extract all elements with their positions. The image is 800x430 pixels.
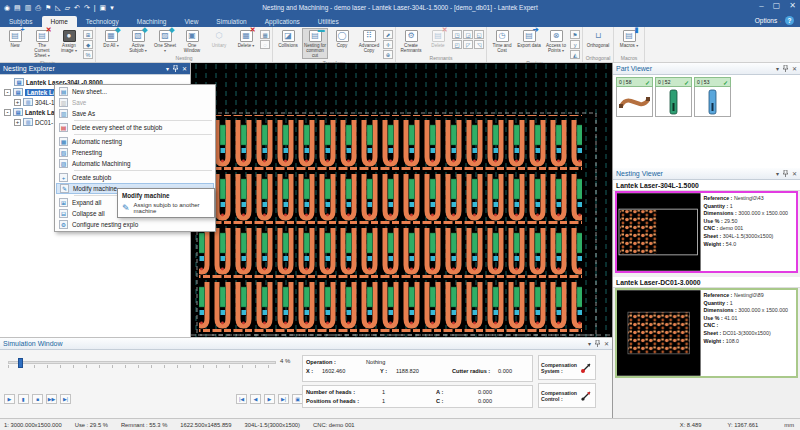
one-window-button[interactable]: ▣One Window bbox=[179, 28, 205, 54]
undo-icon[interactable]: ↶ bbox=[74, 4, 80, 12]
tab-simulation[interactable]: Simulation bbox=[207, 16, 255, 27]
pin-icon[interactable] bbox=[783, 170, 788, 178]
part-thumbnail-58[interactable]: 0 | 58✓ bbox=[616, 77, 653, 117]
step-first-button[interactable]: |◀ bbox=[236, 394, 247, 404]
panel-menu-icon[interactable]: ▾ bbox=[588, 340, 591, 347]
part-thumbnail-53[interactable]: 0 | 53✓ bbox=[694, 77, 731, 117]
menu-item-automatic-machining[interactable]: ▨Automatic Machining bbox=[56, 158, 214, 169]
remnant-tool-5-button[interactable]: ◸ bbox=[463, 40, 473, 49]
simulation-speed-slider[interactable] bbox=[8, 358, 276, 368]
compensation-system-box[interactable]: Compensation System : bbox=[538, 355, 596, 380]
remnant-tool-2-button[interactable]: ◲ bbox=[463, 30, 473, 39]
fast-forward-button[interactable]: ▶▶ bbox=[46, 394, 57, 404]
nesting-thumbnail bbox=[617, 193, 701, 271]
nesting-entry-selected[interactable]: Reference : Nesting\0\43 Quantity : 1 Di… bbox=[615, 191, 798, 273]
pause-button[interactable]: ▮ bbox=[18, 394, 29, 404]
review-tool-3-button[interactable]: ◭ bbox=[570, 50, 580, 59]
sheet-icon[interactable]: ▤ bbox=[14, 4, 21, 12]
nesting-entry[interactable]: Reference : Nesting\0\89 Quantity : 1 Di… bbox=[615, 288, 798, 378]
collisions-button[interactable]: ◪Collisions bbox=[275, 28, 301, 49]
orthogonal-button[interactable]: ⊔Orthogonal bbox=[585, 28, 611, 49]
stop-button[interactable]: ■ bbox=[32, 394, 43, 404]
draw-icon[interactable]: ▱ bbox=[65, 4, 70, 12]
window-icon[interactable]: ▣ bbox=[100, 4, 107, 12]
active-subjob-button[interactable]: ▧◆Active Subjob ▾ bbox=[125, 28, 151, 54]
menu-item-prenesting[interactable]: ▧Prenesting bbox=[56, 147, 214, 158]
part-thumbnail-52[interactable]: 0 | 52✓ bbox=[655, 77, 692, 117]
menu-item-save-as[interactable]: ▥Save As bbox=[56, 108, 214, 119]
nesting-common-cut-button[interactable]: ▤▬Nesting for common cut bbox=[302, 28, 328, 59]
tab-view[interactable]: View bbox=[175, 16, 207, 27]
remnant-tool-4-button[interactable]: ◰ bbox=[452, 40, 462, 49]
expand-box-icon[interactable]: + bbox=[14, 119, 21, 126]
current-sheet-button[interactable]: ▤✕The Current Sheet ▾ bbox=[29, 28, 55, 59]
step-back-button[interactable]: ◀ bbox=[250, 394, 261, 404]
measure-icon[interactable]: ◺ bbox=[55, 4, 60, 12]
close-panel-icon[interactable]: ✕ bbox=[792, 65, 797, 72]
export-data-button[interactable]: ▤➔Export data bbox=[516, 28, 542, 49]
sheet-percent-button[interactable]: % bbox=[83, 50, 93, 59]
minimize-button[interactable]: – bbox=[759, 1, 763, 10]
copy-button[interactable]: ◯Copy bbox=[329, 28, 355, 49]
remnant-tool-6-button[interactable]: ◹ bbox=[474, 40, 484, 49]
app-icon[interactable]: ◉ bbox=[4, 4, 10, 12]
sheet-plus-button[interactable]: ⊞ bbox=[83, 30, 93, 39]
menu-item-new-sheet[interactable]: ▤New sheet... bbox=[56, 86, 214, 97]
do-all-button[interactable]: ▦◆Do All ▾ bbox=[98, 28, 124, 49]
skip-end-button[interactable]: ▶| bbox=[60, 394, 71, 404]
play-button[interactable]: ▶ bbox=[4, 394, 15, 404]
delete-nesting-button[interactable]: ▦✕Delete ▾ bbox=[233, 28, 259, 49]
close-button[interactable]: ✕ bbox=[789, 1, 796, 10]
save-icon[interactable]: ▥ bbox=[25, 4, 32, 12]
step-forward-button[interactable]: ▶ bbox=[264, 394, 275, 404]
remnant-tool-1-button[interactable]: ◳ bbox=[452, 30, 462, 39]
new-sheet-button[interactable]: ▤+New bbox=[2, 28, 28, 49]
remnant-tool-3-button[interactable]: ◱ bbox=[474, 30, 484, 39]
qat-separator: | bbox=[94, 4, 96, 11]
rotate-button[interactable]: ⊕ bbox=[383, 50, 393, 59]
close-panel-icon[interactable]: ✕ bbox=[182, 65, 187, 72]
advanced-copy-button[interactable]: ⠿Advanced Copy bbox=[356, 28, 382, 54]
menu-item-create-subjob[interactable]: +Create subjob bbox=[56, 172, 214, 183]
help-button[interactable]: ? bbox=[785, 16, 794, 25]
collapse-box-icon[interactable]: - bbox=[4, 89, 11, 96]
options-menu[interactable]: Options ▾ bbox=[755, 17, 781, 24]
panel-menu-icon[interactable]: ▾ bbox=[776, 170, 779, 177]
macros-button[interactable]: ▤▮Macros ▾ bbox=[616, 28, 642, 49]
maximize-button[interactable]: ▢ bbox=[773, 1, 781, 10]
one-sheet-button[interactable]: ▨◆One Sheet ▾ bbox=[152, 28, 178, 54]
close-panel-icon[interactable]: ✕ bbox=[792, 170, 797, 177]
pin-icon[interactable] bbox=[783, 65, 788, 73]
printer-icon[interactable]: ⎙ bbox=[35, 4, 41, 12]
menu-item-delete-every-sheet[interactable]: ▤Delete every sheet of the subjob bbox=[56, 122, 214, 133]
close-panel-icon[interactable]: ✕ bbox=[604, 340, 609, 347]
assign-image-button[interactable]: ●Assign image ▾ bbox=[56, 28, 82, 54]
slider-handle[interactable] bbox=[18, 358, 23, 368]
qat-dropdown-icon[interactable]: ▾ bbox=[110, 4, 114, 12]
pin-icon[interactable] bbox=[595, 340, 600, 348]
redo-icon[interactable]: ↷ bbox=[84, 4, 90, 12]
menu-item-automatic-nesting[interactable]: ▦Automatic nesting bbox=[56, 136, 214, 147]
nesting-canvas[interactable] bbox=[191, 63, 612, 337]
move-button[interactable]: ⬈ bbox=[383, 30, 393, 39]
time-cost-button[interactable]: ◷Time and Cost bbox=[489, 28, 515, 54]
step-last-button[interactable]: ▶| bbox=[278, 394, 289, 404]
nesting-grid-button[interactable]: ▦ bbox=[260, 30, 270, 39]
expand-box-icon[interactable]: + bbox=[14, 99, 21, 106]
pin-icon[interactable] bbox=[173, 65, 178, 73]
review-tool-2-button[interactable]: y bbox=[570, 40, 580, 49]
flag-icon[interactable]: ⚑ bbox=[45, 4, 51, 12]
panel-menu-icon[interactable]: ▾ bbox=[166, 65, 169, 72]
review-tool-1-button[interactable]: ⚑ bbox=[570, 30, 580, 39]
nesting-search-button[interactable]: ◌ bbox=[260, 40, 270, 49]
menu-item-configure-nesting-explorer[interactable]: ⚙Configure nesting explo bbox=[56, 219, 214, 230]
compensation-control-box[interactable]: Compensation Control : bbox=[538, 383, 596, 408]
create-remnants-button[interactable]: ⚙Create Remnants bbox=[398, 28, 424, 54]
tab-utilities[interactable]: Utilities bbox=[309, 16, 348, 27]
sheet-diamond-button[interactable]: ◆ bbox=[83, 40, 93, 49]
collapse-box-icon[interactable]: - bbox=[4, 109, 11, 116]
access-points-button[interactable]: ⊗Access to Points ▾ bbox=[543, 28, 569, 54]
panel-menu-icon[interactable]: ▾ bbox=[776, 65, 779, 72]
center-button[interactable]: ✛ bbox=[383, 40, 393, 49]
tab-applications[interactable]: Applications bbox=[256, 16, 309, 27]
